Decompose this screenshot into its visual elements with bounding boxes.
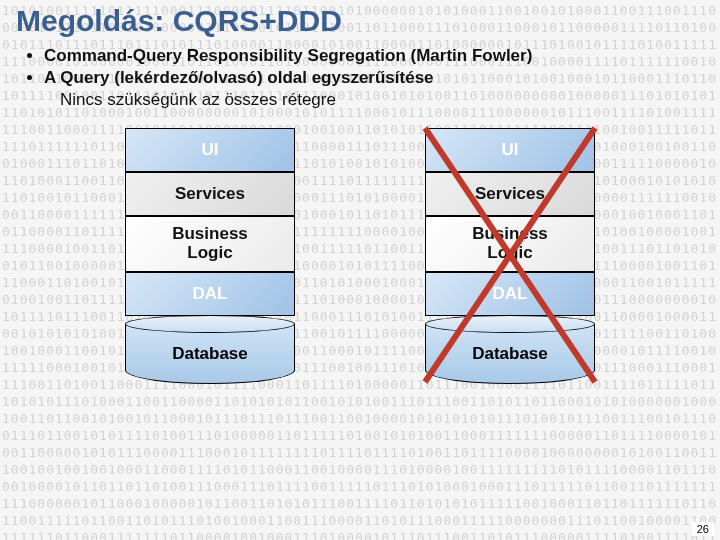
page-number: 26 — [692, 522, 714, 536]
stack-left: UI Services Business Logic DAL Database — [125, 128, 295, 384]
layer-label: Database — [172, 344, 248, 364]
architecture-stacks: UI Services Business Logic DAL Database … — [16, 128, 704, 384]
layer-label: Business — [472, 225, 548, 244]
stack-right: UI Services Business Logic DAL Database — [425, 128, 595, 384]
layer-database: Database — [125, 324, 295, 384]
layer-services: Services — [125, 172, 295, 216]
layer-ui: UI — [425, 128, 595, 172]
slide-content: Megoldás: CQRS+DDD Command-Query Respons… — [0, 0, 720, 384]
layer-label: Logic — [487, 244, 532, 263]
bullet-item: Command-Query Responsibility Segregation… — [44, 46, 704, 66]
bullet-item: A Query (lekérdező/olvasó) oldal egyszer… — [44, 68, 704, 88]
cylinder-top — [125, 315, 295, 333]
layer-label: Business — [172, 225, 248, 244]
layer-dal: DAL — [425, 272, 595, 316]
layer-ui: UI — [125, 128, 295, 172]
layer-label: Database — [472, 344, 548, 364]
slide-title: Megoldás: CQRS+DDD — [16, 4, 704, 38]
layer-database: Database — [425, 324, 595, 384]
bullet-list: Command-Query Responsibility Segregation… — [44, 46, 704, 88]
layer-dal: DAL — [125, 272, 295, 316]
cylinder-top — [425, 315, 595, 333]
layer-label: Logic — [187, 244, 232, 263]
layer-services: Services — [425, 172, 595, 216]
layer-business-logic: Business Logic — [425, 216, 595, 272]
layer-business-logic: Business Logic — [125, 216, 295, 272]
sub-bullet: Nincs szükségünk az összes rétegre — [60, 90, 704, 110]
